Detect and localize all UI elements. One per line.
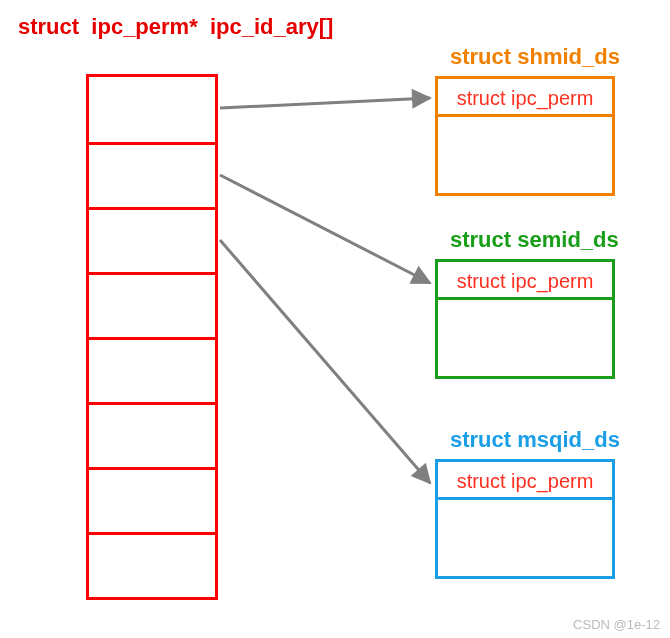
struct-msqid-box: struct ipc_perm xyxy=(435,459,615,579)
shmid-inner-ipc-perm: struct ipc_perm xyxy=(438,79,612,117)
ipc-id-ary-array xyxy=(86,74,218,600)
array-cell xyxy=(89,207,215,272)
struct-semid-box: struct ipc_perm xyxy=(435,259,615,379)
semid-inner-ipc-perm: struct ipc_perm xyxy=(438,262,612,300)
arrow-to-msqid xyxy=(220,240,430,483)
arrow-to-semid xyxy=(220,175,430,283)
array-cell xyxy=(89,272,215,337)
struct-shmid-title: struct shmid_ds xyxy=(450,44,620,70)
array-cell xyxy=(89,532,215,597)
array-cell xyxy=(89,467,215,532)
arrow-to-shmid xyxy=(220,98,430,108)
watermark: CSDN @1e-12 xyxy=(573,617,660,632)
array-cell xyxy=(89,402,215,467)
msqid-inner-ipc-perm: struct ipc_perm xyxy=(438,462,612,500)
diagram-title: struct ipc_perm* ipc_id_ary[] xyxy=(18,14,333,40)
array-cell xyxy=(89,337,215,402)
struct-semid-title: struct semid_ds xyxy=(450,227,619,253)
struct-msqid-title: struct msqid_ds xyxy=(450,427,620,453)
array-cell xyxy=(89,77,215,142)
array-cell xyxy=(89,142,215,207)
struct-shmid-box: struct ipc_perm xyxy=(435,76,615,196)
